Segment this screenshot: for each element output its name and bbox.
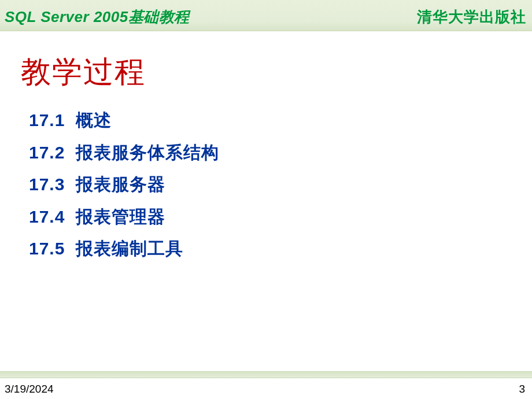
toc-item: 17.4 报表管理器 bbox=[29, 201, 219, 233]
toc-item-number: 17.2 bbox=[29, 143, 65, 162]
toc-item-label: 报表管理器 bbox=[76, 207, 165, 226]
toc-item-label: 报表服务器 bbox=[76, 175, 165, 194]
toc-item-label: 概述 bbox=[76, 110, 112, 130]
header-course-title: SQL Server 2005基础教程 bbox=[5, 7, 190, 27]
footer-band bbox=[0, 371, 532, 378]
toc-item-label: 报表服务体系结构 bbox=[76, 143, 219, 162]
header-publisher: 清华大学出版社 bbox=[417, 7, 526, 27]
slide-title: 教学过程 bbox=[21, 52, 146, 93]
toc-item: 17.2 报表服务体系结构 bbox=[29, 136, 219, 169]
toc-item: 17.5 报表编制工具 bbox=[29, 232, 219, 265]
toc-list: 17.1 概述 17.2 报表服务体系结构 17.3 报表服务器 17.4 报表… bbox=[29, 104, 219, 265]
toc-item: 17.1 概述 bbox=[29, 104, 219, 136]
toc-item-number: 17.4 bbox=[29, 207, 65, 226]
footer-date: 3/19/2024 bbox=[5, 383, 54, 396]
toc-item: 17.3 报表服务器 bbox=[29, 168, 219, 201]
toc-item-number: 17.1 bbox=[29, 110, 65, 130]
toc-item-number: 17.3 bbox=[29, 175, 65, 194]
footer-page-number: 3 bbox=[519, 383, 525, 396]
toc-item-label: 报表编制工具 bbox=[76, 239, 183, 258]
toc-item-number: 17.5 bbox=[29, 239, 65, 258]
